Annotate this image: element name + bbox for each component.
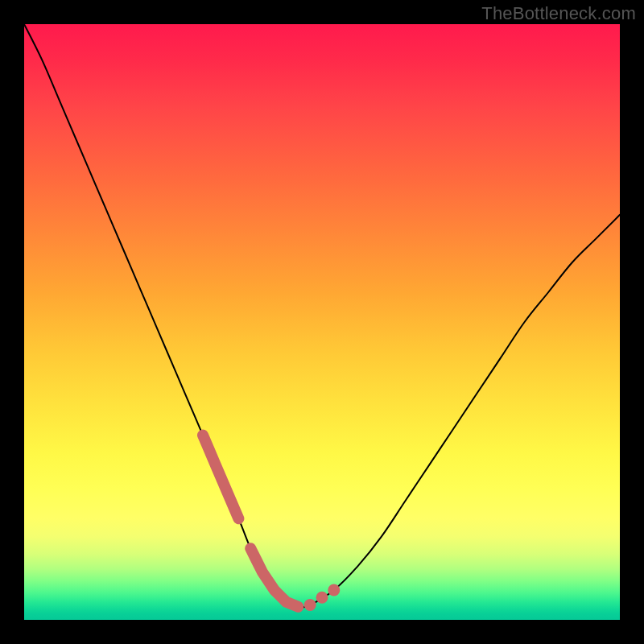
chart-frame: TheBottleneck.com — [0, 0, 644, 644]
marker-dot-right-2 — [328, 584, 340, 597]
watermark-text: TheBottleneck.com — [481, 3, 636, 24]
marker-segment-left — [203, 436, 238, 519]
marker-dot-right-1 — [316, 592, 328, 604]
curve-svg — [24, 24, 620, 620]
bottleneck-curve — [24, 24, 620, 607]
marker-dot-right-0 — [304, 599, 316, 611]
curve-markers-group — [203, 436, 340, 611]
plot-area — [24, 24, 620, 620]
marker-segment-bottom — [250, 548, 298, 607]
